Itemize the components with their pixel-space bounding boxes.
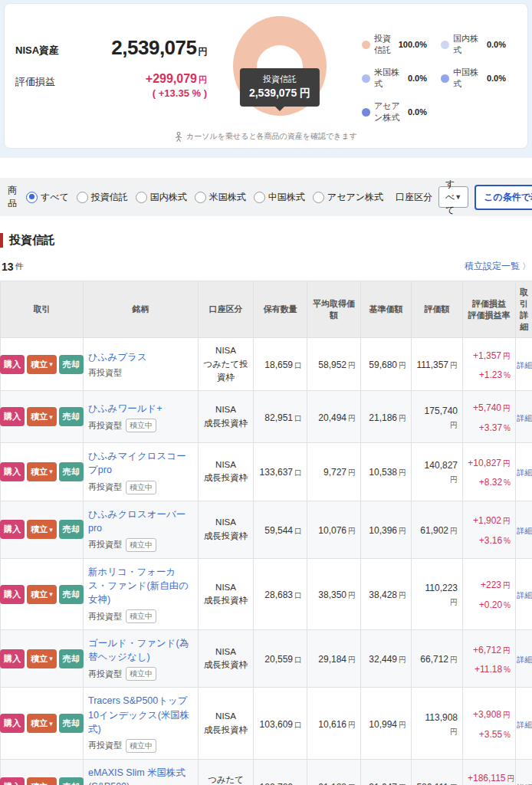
buy-button[interactable]: 購入 [0,777,25,785]
avg-cost-cell: 10,076円 [307,501,361,558]
buy-button[interactable]: 購入 [0,649,25,668]
fund-name-link[interactable]: 新ホリコ・フォーカス・ファンド(新自由の女神) [88,565,193,606]
account-select-value: すべて [445,178,455,217]
account-type-cell: つみたてNISA [199,759,254,785]
actions-cell: 購入 積立 売却 [1,391,84,443]
fund-cell: ひふみプラス 再投資型 [84,338,199,391]
actions-cell: 購入 積立 売却 [1,688,84,759]
product-radio[interactable]: すべて [26,191,69,204]
sell-button[interactable]: 売却 [59,714,84,733]
detail-cell: 詳細 [516,630,532,688]
apply-filter-button[interactable]: この条件で表示する [475,185,532,210]
tsumitate-dropdown-button[interactable]: 積立 [27,355,57,374]
column-header: 銘柄 [84,281,199,338]
tsumitate-dropdown-button[interactable]: 積立 [27,649,57,668]
reserve-settings-link[interactable]: 積立設定一覧 [465,260,530,273]
detail-link[interactable]: 詳細 [517,655,532,664]
detail-cell: 詳細 [516,391,532,443]
detail-link[interactable]: 詳細 [517,413,532,422]
sell-button[interactable]: 売却 [59,407,84,426]
tsumitate-dropdown-button[interactable]: 積立 [27,714,57,733]
sell-button[interactable]: 売却 [59,649,84,668]
detail-link[interactable]: 詳細 [517,526,532,535]
pl-cell: +3,908円 +3.55% [463,688,516,759]
detail-link[interactable]: 詳細 [517,590,532,599]
tsumitate-dropdown-button[interactable]: 積立 [27,407,57,426]
column-header: 取引詳細 [516,281,532,338]
nav-cell: 59,680円 [361,338,412,391]
radio-label: すべて [41,191,69,204]
sell-button[interactable]: 売却 [59,585,84,604]
sell-button[interactable]: 売却 [59,777,84,785]
buy-button[interactable]: 購入 [0,462,25,481]
product-radio[interactable]: アセアン株式 [313,191,383,204]
pl-label: 評価損益 [15,72,75,99]
fund-name-link[interactable]: eMAXIS Slim 米国株式(S&P500) [88,766,193,785]
pl-cell: +1,902円 +3.16% [463,501,516,558]
sell-button[interactable]: 売却 [59,520,84,539]
legend-label: 中国株式 [453,67,487,90]
detail-link[interactable]: 詳細 [517,360,532,370]
buy-button[interactable]: 購入 [0,407,25,426]
cursor-icon [175,132,183,142]
product-radio-group: すべて 投資信託 国内株式 米国株式 中国株式 アセアン株式 [26,191,383,204]
quantity-cell: 133,637口 [254,443,307,501]
table-row: 購入 積立 売却 新ホリコ・フォーカス・ファンド(新自由の女神) 再投資型 積立… [1,558,532,629]
avg-cost-cell: 58,952円 [307,338,361,391]
tsumitate-dropdown-button[interactable]: 積立 [27,777,57,785]
product-radio[interactable]: 投資信託 [77,191,128,204]
nav-cell: 10,994円 [361,688,412,759]
detail-link[interactable]: 詳細 [517,720,532,729]
valuation-cell: 111,357円 [412,338,463,391]
legend-dot-icon [441,74,449,83]
radio-label: 米国株式 [209,191,246,204]
pl-cell: +1,357円 +1.23% [463,338,516,391]
quantity-cell: 188,782口 [254,759,307,785]
account-select[interactable]: すべて [438,186,468,208]
tsumitate-dropdown-button[interactable]: 積立 [27,462,57,481]
tsumitate-dropdown-button[interactable]: 積立 [27,520,57,539]
fund-name-link[interactable]: Tracers S&P500トップ10インデックス(米国株式) [88,694,193,735]
buy-button[interactable]: 購入 [0,520,25,539]
legend-label: 投資信託 [374,33,399,56]
radio-icon [77,192,88,203]
radio-label: アセアン株式 [327,191,383,204]
pl-value: +299,079 [146,72,197,85]
radio-icon [254,192,265,203]
buy-button[interactable]: 購入 [0,355,25,374]
summary-area: NISA資産 2,539,075円 評価損益 +299,079円 ( +13.3… [0,0,532,158]
fund-cell: ゴールド・ファンド(為替ヘッジなし) 再投資型 積立中 [84,630,199,688]
legend-value: 0.0% [487,74,514,83]
fund-type: 再投資型 [88,481,122,493]
radio-label: 中国株式 [268,191,305,204]
donut-tooltip: 投資信託 2,539,075 円 [240,68,320,107]
fund-name-link[interactable]: ひふみプラス [88,350,147,364]
buy-button[interactable]: 購入 [0,585,25,604]
detail-cell: 詳細 [516,688,532,759]
fund-name-link[interactable]: ひふみマイクロスコープpro [88,449,193,477]
donut-caption-text: カーソルを乗せると各商品の資産を確認できます [186,131,357,142]
item-count-unit: 件 [15,261,24,272]
asset-donut-chart[interactable]: 投資信託 2,539,075 円 [207,13,353,116]
buy-button[interactable]: 購入 [0,714,25,733]
quantity-cell: 103,609口 [254,688,307,759]
reserve-badge: 積立中 [126,609,156,623]
legend-label: アセアン株式 [374,100,408,123]
actions-cell: 購入 積立 売却 [1,501,84,558]
legend-value: 100.0% [399,40,435,49]
quantity-cell: 82,951口 [254,391,307,443]
product-radio[interactable]: 中国株式 [254,191,305,204]
sell-button[interactable]: 売却 [59,462,84,481]
product-radio[interactable]: 国内株式 [136,191,187,204]
fund-name-link[interactable]: ひふみワールド+ [88,402,163,415]
product-radio[interactable]: 米国株式 [195,191,246,204]
valuation-cell: 175,740円 [412,391,463,443]
detail-link[interactable]: 詳細 [517,468,532,477]
sell-button[interactable]: 売却 [59,355,84,374]
detail-cell: 詳細 [516,759,532,785]
fund-name-link[interactable]: ゴールド・ファンド(為替ヘッジなし) [88,636,193,664]
tsumitate-label: 積立 [31,718,48,729]
tsumitate-label: 積立 [31,781,48,785]
fund-name-link[interactable]: ひふみクロスオーバーpro [88,507,193,535]
tsumitate-dropdown-button[interactable]: 積立 [27,585,57,604]
